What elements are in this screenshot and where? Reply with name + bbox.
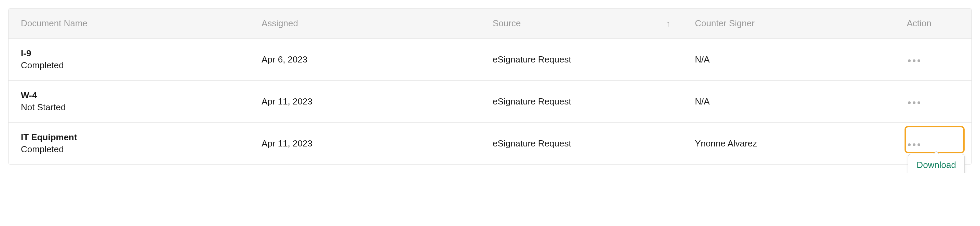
header-action: Action [894, 8, 972, 38]
cell-assigned: Apr 6, 2023 [249, 38, 480, 81]
table-row: IT Equipment Completed Apr 11, 2023 eSig… [8, 123, 972, 164]
dot-icon [913, 143, 915, 146]
more-actions-button[interactable] [907, 99, 922, 107]
dot-icon [918, 59, 920, 62]
cell-document: IT Equipment Completed [8, 123, 249, 164]
counter-signer-text: Ynonne Alvarez [695, 138, 757, 148]
cell-counter-signer: Ynonne Alvarez [682, 123, 894, 164]
header-document-name[interactable]: Document Name [8, 8, 249, 38]
documents-table-container: Document Name Assigned Source ↑ Counter … [8, 8, 972, 164]
header-assigned[interactable]: Assigned [249, 8, 480, 38]
dot-icon [908, 59, 911, 62]
more-actions-button[interactable] [907, 141, 922, 149]
highlight-box [905, 126, 965, 153]
cell-source: eSignature Request [480, 81, 682, 123]
document-status: Not Started [21, 102, 237, 113]
cell-source: eSignature Request [480, 123, 682, 164]
dot-icon [918, 143, 920, 146]
cell-action [894, 38, 972, 81]
cell-action [894, 81, 972, 123]
cell-document: I-9 Completed [8, 38, 249, 81]
cell-counter-signer: N/A [682, 81, 894, 123]
counter-signer-text: N/A [695, 96, 710, 107]
dot-icon [908, 143, 911, 146]
document-name: IT Equipment [21, 132, 237, 143]
sort-up-icon: ↑ [666, 19, 670, 28]
document-name: W-4 [21, 90, 237, 101]
cell-counter-signer: N/A [682, 38, 894, 81]
dot-icon [913, 101, 915, 104]
table-row: W-4 Not Started Apr 11, 2023 eSignature … [8, 81, 972, 123]
cell-assigned: Apr 11, 2023 [249, 81, 480, 123]
assigned-date: Apr 11, 2023 [262, 138, 312, 148]
assigned-date: Apr 11, 2023 [262, 96, 312, 107]
source-text: eSignature Request [493, 96, 571, 107]
dot-icon [913, 59, 915, 62]
more-actions-button[interactable] [907, 57, 922, 65]
header-counter-signer[interactable]: Counter Signer [682, 8, 894, 38]
counter-signer-text: N/A [695, 54, 710, 65]
header-source-label: Source [493, 18, 521, 28]
dot-icon [918, 101, 920, 104]
document-name: I-9 [21, 48, 237, 59]
document-status: Completed [21, 144, 237, 154]
cell-source: eSignature Request [480, 38, 682, 81]
assigned-date: Apr 6, 2023 [262, 54, 307, 65]
source-text: eSignature Request [493, 138, 571, 148]
document-status: Completed [21, 60, 237, 71]
download-menu-item[interactable]: Download [916, 160, 956, 170]
table-header-row: Document Name Assigned Source ↑ Counter … [8, 8, 972, 38]
header-source[interactable]: Source ↑ [480, 8, 682, 38]
cell-assigned: Apr 11, 2023 [249, 123, 480, 164]
documents-table: Document Name Assigned Source ↑ Counter … [8, 8, 972, 164]
source-text: eSignature Request [493, 54, 571, 65]
cell-document: W-4 Not Started [8, 81, 249, 123]
dot-icon [908, 101, 911, 104]
table-row: I-9 Completed Apr 6, 2023 eSignature Req… [8, 38, 972, 81]
action-dropdown: Download [908, 154, 965, 173]
cell-action: Download [894, 123, 972, 164]
